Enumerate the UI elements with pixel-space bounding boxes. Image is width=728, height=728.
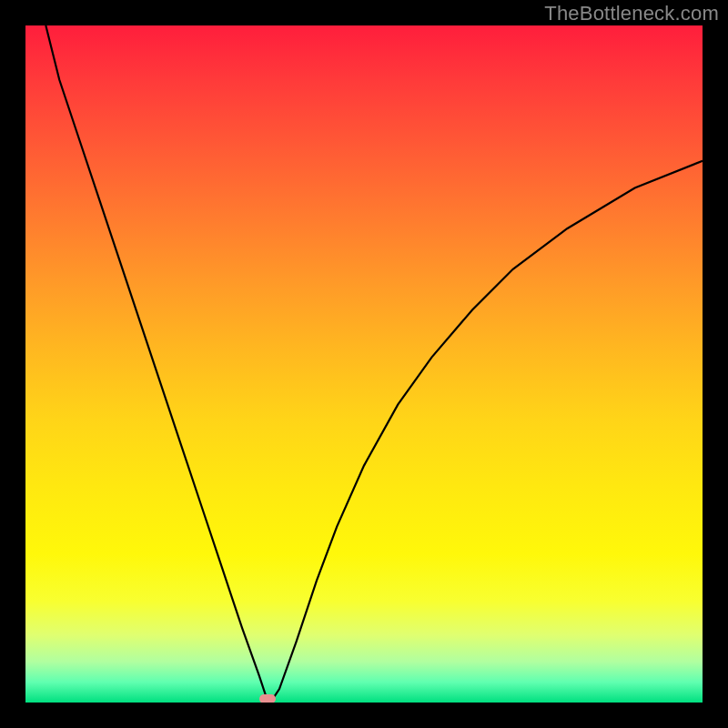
chart-container: TheBottleneck.com [0,0,728,728]
optimal-marker [259,694,276,703]
watermark-text: TheBottleneck.com [544,2,719,25]
plot-area [25,25,703,703]
bottleneck-curve [25,25,703,703]
